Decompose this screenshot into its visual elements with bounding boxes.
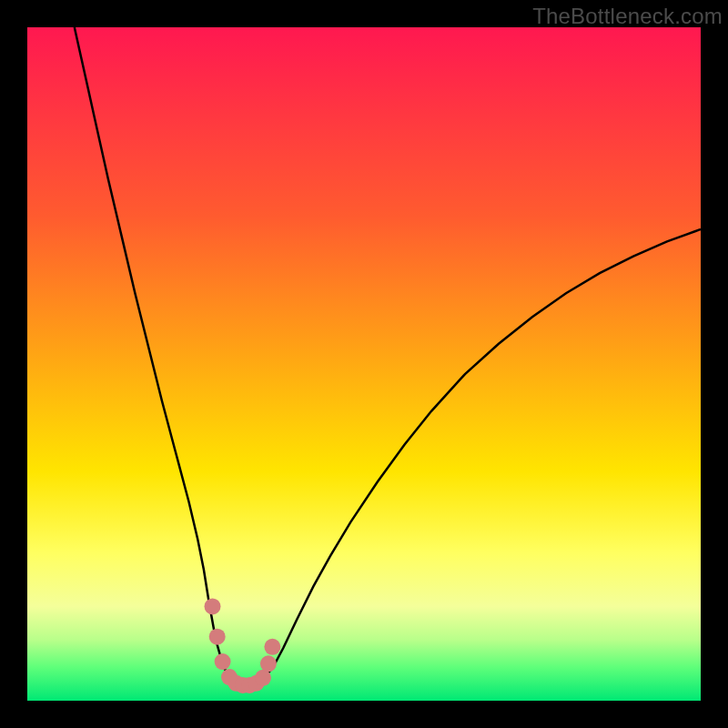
gradient-background — [27, 27, 701, 701]
marker-dot — [205, 598, 221, 614]
marker-dot — [260, 655, 277, 672]
chart-frame: TheBottleneck.com — [0, 0, 728, 728]
watermark-text: TheBottleneck.com — [532, 4, 723, 29]
marker-dot — [255, 670, 271, 686]
marker-dot — [215, 653, 231, 670]
marker-dot — [209, 629, 226, 645]
bottleneck-chart — [27, 27, 701, 701]
marker-dot — [264, 639, 280, 655]
